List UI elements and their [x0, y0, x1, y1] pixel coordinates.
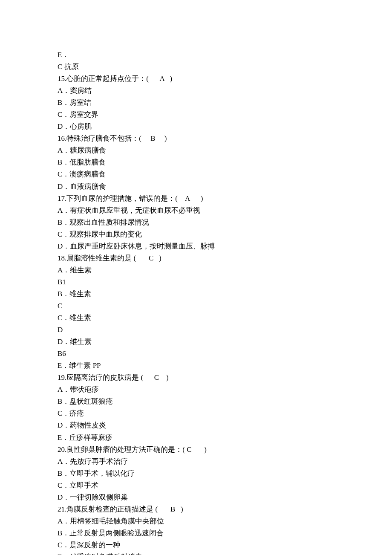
text-line: B．盘状红斑狼疮 [58, 396, 337, 408]
text-line: B．正常反射是两侧眼睑迅速闭合 [58, 527, 337, 539]
text-line: D．药物性皮炎 [58, 419, 337, 431]
text-line: A．维生素 [58, 264, 337, 276]
text-line: D [58, 324, 337, 336]
text-line: B．立即手术，辅以化疗 [58, 468, 337, 480]
text-line: D．一律切除双侧卵巢 [58, 491, 337, 503]
text-line: 19.应隔离治疗的皮肤病是 ( C ) [58, 372, 337, 384]
text-line: D．血尿严重时应卧床休息，按时测量血压、脉搏 [58, 240, 337, 252]
text-line: 15.心脏的正常起搏点位于：( A ) [58, 73, 337, 85]
text-line: C．房室交界 [58, 109, 337, 121]
document-page: E． C 抗原 15.心脏的正常起搏点位于：( A ) A．窦房结 B．房室结 … [0, 0, 392, 555]
text-line: B．低脂肪膳食 [58, 156, 337, 168]
text-line: C [58, 300, 337, 312]
text-line: E．维生素 PP [58, 360, 337, 372]
text-line: 16.特殊治疗膳食不包括：( B ) [58, 133, 337, 145]
text-line: 17.下列血尿的护理措施，错误的是：( A ) [58, 193, 337, 205]
text-line: B．维生素 [58, 288, 337, 300]
text-line: C 抗原 [58, 61, 337, 73]
text-line: E．丘疹样荨麻疹 [58, 432, 337, 444]
text-line: D．心房肌 [58, 121, 337, 133]
text-line: B．观察出血性质和排尿情况 [58, 217, 337, 228]
text-line: B．房室结 [58, 97, 337, 109]
text-line: A．用棉签细毛轻触角膜中央部位 [58, 515, 337, 527]
text-line: C．立即手术 [58, 480, 337, 491]
text-line: D．血液病膳食 [58, 181, 337, 193]
text-line: D．维生素 [58, 336, 337, 348]
text-line: A．糖尿病膳食 [58, 145, 337, 156]
text-line: B1 [58, 276, 337, 288]
text-line: A．带状疱疹 [58, 384, 337, 396]
text-line: 20.良性卵巢肿瘤的处理方法正确的是：( C ) [58, 444, 337, 456]
text-line: D．浅昏迷时角膜反射消失 [58, 551, 337, 555]
text-line: C．疥疮 [58, 408, 337, 419]
text-line: A．先放疗再手术治疗 [58, 456, 337, 468]
text-line: C．观察排尿中血尿的变化 [58, 228, 337, 240]
text-line: A．窦房结 [58, 85, 337, 97]
text-line: E． [58, 49, 337, 61]
text-line: A．有症状血尿应重视，无症状血尿不必重视 [58, 205, 337, 217]
text-line: 18.属脂溶性维生素的是 ( C ) [58, 252, 337, 264]
text-line: C．是深反射的一种 [58, 539, 337, 551]
text-line: 21.角膜反射检查的正确描述是 ( B ) [58, 503, 337, 515]
text-line: B6 [58, 348, 337, 360]
text-line: C．维生素 [58, 312, 337, 324]
text-line: C．溃疡病膳食 [58, 168, 337, 180]
